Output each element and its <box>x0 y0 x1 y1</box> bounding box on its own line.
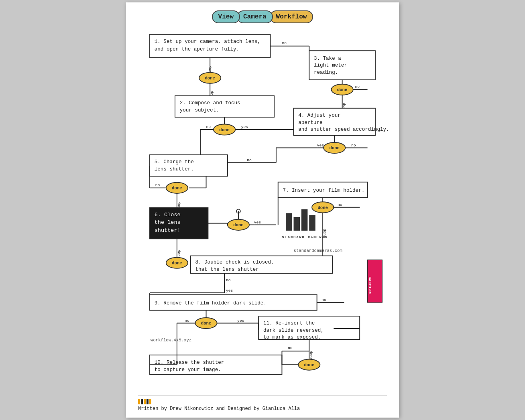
page: View Camera Workflow 1. Set up your came… <box>126 2 399 417</box>
svg-text:yes: yes <box>254 220 261 225</box>
svg-text:no: no <box>247 158 252 162</box>
svg-text:yes: yes <box>226 288 233 293</box>
svg-text:no: no <box>322 298 326 302</box>
svg-text:standardcameras.com: standardcameras.com <box>294 249 342 254</box>
svg-text:that the lens shutter: that the lens shutter <box>195 267 259 272</box>
bar3 <box>144 399 146 404</box>
svg-text:done: done <box>233 223 244 228</box>
title-workflow: Workflow <box>270 10 313 23</box>
svg-rect-48 <box>150 155 228 176</box>
svg-text:to capture your image.: to capture your image. <box>155 367 221 373</box>
svg-text:done: done <box>329 146 340 151</box>
svg-text:no: no <box>206 125 211 130</box>
svg-text:dark slide reversed,: dark slide reversed, <box>263 328 324 333</box>
svg-text:the lens: the lens <box>155 220 181 226</box>
svg-text:done: done <box>309 351 313 360</box>
svg-text:2. Compose and focus: 2. Compose and focus <box>180 100 240 106</box>
svg-text:to mark as exposed.: to mark as exposed. <box>263 335 321 341</box>
svg-text:8. Double check              i: 8. Double check is closed. <box>195 260 274 266</box>
svg-text:and shutter speed accordingly.: and shutter speed accordingly. <box>298 127 389 132</box>
svg-text:workflow.4x5.xyz: workflow.4x5.xyz <box>151 338 191 343</box>
svg-text:done: done <box>172 261 182 266</box>
bar4 <box>147 399 149 404</box>
svg-text:11. Re-insert the: 11. Re-insert the <box>263 321 315 327</box>
svg-text:aperture: aperture <box>298 120 322 126</box>
title-view: View <box>212 10 240 23</box>
svg-text:and open the aperture fully.: and open the aperture fully. <box>155 47 239 53</box>
title-camera: Camera <box>237 10 273 23</box>
svg-text:6. Close: 6. Close <box>155 212 181 218</box>
svg-text:done: done <box>201 321 212 326</box>
svg-text:9. Remove the film holder dark: 9. Remove the film holder dark slide. <box>155 300 267 306</box>
title-pills: View Camera Workflow <box>212 10 313 23</box>
flowchart-svg: 1. Set up your camera, attach lens, and … <box>138 30 387 388</box>
svg-text:no: no <box>338 203 342 207</box>
svg-text:done: done <box>205 76 215 81</box>
svg-text:done: done <box>337 88 348 93</box>
svg-text:no: no <box>355 85 360 89</box>
svg-text:done: done <box>172 186 182 191</box>
svg-text:done: done <box>322 229 327 238</box>
svg-text:yes: yes <box>241 125 248 130</box>
svg-text:yes: yes <box>317 143 324 148</box>
svg-rect-0 <box>150 34 270 58</box>
svg-text:7. Insert your film holder.: 7. Insert your film holder. <box>283 188 364 193</box>
svg-rect-77 <box>286 213 292 231</box>
bar1 <box>138 399 140 404</box>
svg-text:lens shutter.: lens shutter. <box>155 166 194 172</box>
footer: Written by Drew Nikonowicz and Designed … <box>138 395 387 412</box>
svg-rect-80 <box>309 215 315 231</box>
footer-bar <box>138 399 387 404</box>
svg-text:4. Adjust your: 4. Adjust your <box>298 113 341 118</box>
svg-text:5. Charge the: 5. Charge the <box>155 160 194 165</box>
svg-text:no: no <box>185 319 189 323</box>
svg-text:done: done <box>304 363 314 367</box>
svg-text:yes: yes <box>237 319 244 323</box>
svg-text:reading.: reading. <box>314 70 338 75</box>
title-area: View Camera Workflow <box>138 10 387 23</box>
svg-text:STANDARD CAMERAS: STANDARD CAMERAS <box>282 236 328 240</box>
svg-text:no: no <box>155 183 160 188</box>
svg-text:no: no <box>282 41 287 45</box>
bar2 <box>141 399 143 404</box>
svg-rect-78 <box>294 217 300 231</box>
svg-text:cameras: cameras <box>368 277 372 295</box>
svg-text:no: no <box>226 278 231 282</box>
svg-text:no: no <box>351 143 356 148</box>
svg-text:3. Take a: 3. Take a <box>314 56 341 61</box>
bar5 <box>149 399 151 404</box>
svg-text:done: done <box>219 128 230 132</box>
svg-text:no: no <box>288 346 293 351</box>
footer-text: Written by Drew Nikonowicz and Designed … <box>138 406 300 412</box>
svg-text:shutter!: shutter! <box>155 227 181 233</box>
svg-rect-23 <box>175 96 274 117</box>
svg-text:1. Set up your camera, attach : 1. Set up your camera, attach lens, <box>155 39 260 45</box>
svg-text:light meter: light meter <box>314 63 347 68</box>
svg-text:your subject.: your subject. <box>180 108 219 113</box>
svg-text:done: done <box>317 205 328 210</box>
svg-rect-79 <box>301 209 308 231</box>
